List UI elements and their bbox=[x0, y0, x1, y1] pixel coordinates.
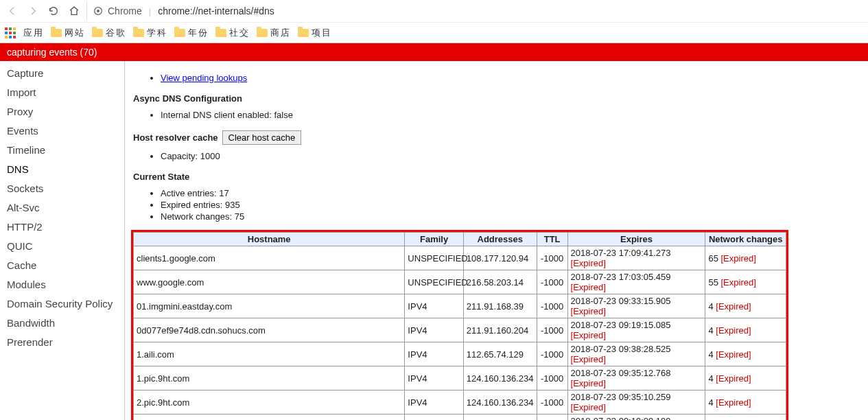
svg-point-1 bbox=[97, 10, 99, 12]
sidebar-item-dns[interactable]: DNS bbox=[0, 160, 124, 179]
current-state-heading: Current State bbox=[133, 172, 860, 182]
network-changes-value: Network changes: 75 bbox=[161, 211, 860, 222]
table-row: clients1.google.comUNSPECIFIED108.177.12… bbox=[134, 246, 786, 270]
table-cell: -1000 bbox=[537, 318, 567, 342]
column-header: Addresses bbox=[463, 233, 537, 246]
table-cell: 216.58.203.14 bbox=[463, 270, 537, 294]
capacity-value: Capacity: 1000 bbox=[161, 150, 860, 162]
table-cell: 108.177.120.94 bbox=[463, 246, 537, 270]
sidebar-item-prerender[interactable]: Prerender bbox=[0, 333, 124, 352]
bookmark-label: 年份 bbox=[188, 27, 209, 39]
table-cell: 4 [Expired] bbox=[705, 366, 786, 390]
bookmark-folder[interactable]: 年份 bbox=[174, 27, 209, 39]
table-cell: 4 [Expired] bbox=[705, 318, 786, 342]
sidebar-item-alt-svc[interactable]: Alt-Svc bbox=[0, 198, 124, 218]
table-cell: 2018-07-23 17:03:05.459 [Expired] bbox=[567, 270, 705, 294]
table-row: 1.pic.9ht.comIPV4124.160.136.234-1000201… bbox=[134, 366, 786, 390]
sidebar-nav: CaptureImportProxyEventsTimelineDNSSocke… bbox=[0, 61, 125, 420]
column-header: TTL bbox=[537, 233, 567, 246]
address-bar[interactable]: Chrome | chrome://net-internals/#dns bbox=[86, 2, 864, 20]
folder-icon bbox=[174, 29, 185, 37]
site-label: Chrome bbox=[108, 5, 142, 16]
bookmark-label: 项目 bbox=[312, 27, 332, 39]
bookmark-folder[interactable]: 网站 bbox=[51, 27, 85, 39]
bookmark-folder[interactable]: 谷歌 bbox=[92, 27, 126, 39]
table-row: 01.imgmini.eastday.comIPV4211.91.168.39-… bbox=[134, 294, 786, 318]
bookmark-label: 社交 bbox=[229, 27, 250, 39]
folder-icon bbox=[51, 29, 62, 37]
folder-icon bbox=[298, 29, 309, 37]
folder-icon bbox=[133, 29, 144, 37]
table-cell: -1000 bbox=[537, 342, 567, 366]
main-content: View pending lookups Async DNS Configura… bbox=[125, 61, 868, 420]
table-cell: 2018-07-23 17:09:41.273 [Expired] bbox=[567, 246, 705, 270]
host-resolver-table: HostnameFamilyAddressesTTLExpiresNetwork… bbox=[133, 232, 786, 420]
bookmark-folder[interactable]: 商店 bbox=[257, 27, 291, 39]
reload-button[interactable] bbox=[45, 3, 62, 19]
clear-host-cache-button[interactable]: Clear host cache bbox=[222, 130, 302, 145]
table-cell: 4 [Expired] bbox=[705, 294, 786, 318]
table-cell: 4 [Expired] bbox=[705, 390, 786, 415]
forward-button[interactable] bbox=[25, 3, 41, 19]
table-row: 2.pic.9ht.comIPV4124.160.136.234-1000201… bbox=[134, 390, 786, 415]
sidebar-item-import[interactable]: Import bbox=[0, 83, 124, 102]
table-cell: 29e5534ea20a8.cdn.sohucs.com bbox=[134, 415, 405, 421]
active-entries-value: Active entries: 17 bbox=[161, 187, 860, 199]
banner-text: capturing events (70) bbox=[7, 47, 97, 58]
table-row: 0d077ef9e74d8.cdn.sohucs.comIPV4211.91.1… bbox=[134, 318, 786, 342]
bookmark-apps[interactable]: 应用 bbox=[23, 27, 44, 39]
bookmark-folder[interactable]: 学科 bbox=[133, 27, 167, 39]
table-cell: 124.160.136.234 bbox=[463, 366, 537, 390]
table-cell: 01.imgmini.eastday.com bbox=[134, 294, 405, 318]
home-button[interactable] bbox=[66, 3, 82, 19]
host-resolver-table-wrap: HostnameFamilyAddressesTTLExpiresNetwork… bbox=[133, 232, 786, 420]
bookmark-label: 应用 bbox=[23, 27, 44, 39]
table-cell: 211.91.168.39 bbox=[463, 294, 537, 318]
table-cell: -1000 bbox=[537, 246, 567, 270]
table-cell: -1000 bbox=[537, 366, 567, 390]
sidebar-item-bandwidth[interactable]: Bandwidth bbox=[0, 314, 124, 333]
table-cell: -1000 bbox=[537, 415, 567, 421]
table-cell: 112.65.74.129 bbox=[463, 342, 537, 366]
table-cell: IPV4 bbox=[405, 366, 463, 390]
pending-lookups-link[interactable]: View pending lookups bbox=[161, 73, 247, 83]
table-cell: clients1.google.com bbox=[134, 246, 405, 270]
table-cell: 124.160.136.234 bbox=[463, 390, 537, 415]
sidebar-item-events[interactable]: Events bbox=[0, 121, 124, 141]
sidebar-item-modules[interactable]: Modules bbox=[0, 275, 124, 294]
back-button[interactable] bbox=[4, 3, 21, 19]
table-cell: 2018-07-23 09:19:15.085 [Expired] bbox=[567, 318, 705, 342]
omnibox-separator: | bbox=[146, 6, 154, 16]
table-cell: 65 [Expired] bbox=[705, 246, 786, 270]
sidebar-item-capture[interactable]: Capture bbox=[0, 64, 124, 83]
table-cell: 2018-07-23 09:33:15.905 [Expired] bbox=[567, 294, 705, 318]
table-cell: 1.pic.9ht.com bbox=[134, 366, 405, 390]
table-row: 1.aili.comIPV4112.65.74.129-10002018-07-… bbox=[134, 342, 786, 366]
expired-entries-value: Expired entries: 935 bbox=[161, 199, 860, 211]
sidebar-item-proxy[interactable]: Proxy bbox=[0, 102, 124, 121]
capturing-banner: capturing events (70) bbox=[0, 43, 868, 61]
apps-icon[interactable] bbox=[4, 27, 16, 39]
page-url: chrome://net-internals/#dns bbox=[158, 5, 274, 16]
column-header: Hostname bbox=[134, 233, 405, 246]
table-cell: 2.pic.9ht.com bbox=[134, 390, 405, 415]
table-cell: 2018-07-23 09:19:09.199 [Expired] bbox=[567, 415, 705, 421]
bookmark-folder[interactable]: 项目 bbox=[298, 27, 332, 39]
bookmark-label: 网站 bbox=[64, 27, 85, 39]
table-cell: 55 [Expired] bbox=[705, 270, 786, 294]
sidebar-item-domain-security-policy[interactable]: Domain Security Policy bbox=[0, 294, 124, 314]
sidebar-item-quic[interactable]: QUIC bbox=[0, 237, 124, 256]
bookmark-folder[interactable]: 社交 bbox=[215, 27, 250, 39]
table-cell: IPV4 bbox=[405, 342, 463, 366]
sidebar-item-timeline[interactable]: Timeline bbox=[0, 141, 124, 160]
table-cell: 2018-07-23 09:38:28.525 [Expired] bbox=[567, 342, 705, 366]
table-cell: IPV4 bbox=[405, 294, 463, 318]
sidebar-item-cache[interactable]: Cache bbox=[0, 256, 124, 275]
table-cell: -1000 bbox=[537, 294, 567, 318]
browser-chrome: Chrome | chrome://net-internals/#dns 应用 … bbox=[0, 0, 868, 43]
page-body: CaptureImportProxyEventsTimelineDNSSocke… bbox=[0, 61, 868, 420]
browser-toolbar: Chrome | chrome://net-internals/#dns bbox=[0, 0, 868, 22]
sidebar-item-sockets[interactable]: Sockets bbox=[0, 179, 124, 198]
sidebar-item-http-2[interactable]: HTTP/2 bbox=[0, 218, 124, 237]
table-cell: 2018-07-23 09:35:10.259 [Expired] bbox=[567, 390, 705, 415]
